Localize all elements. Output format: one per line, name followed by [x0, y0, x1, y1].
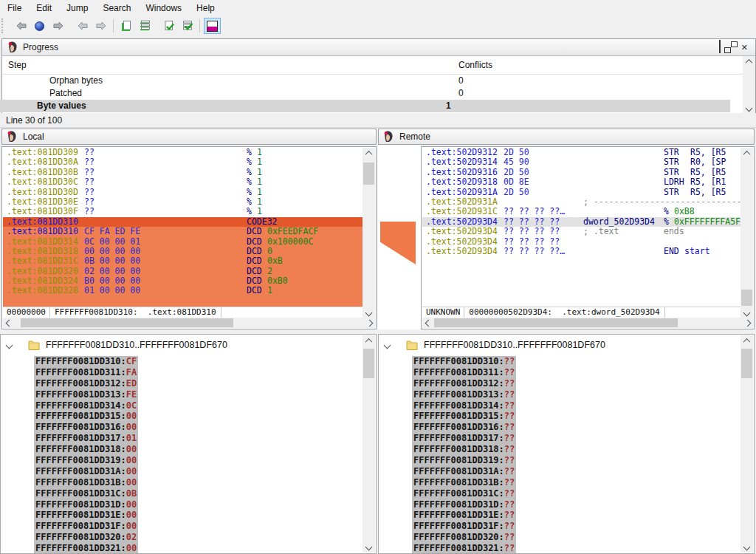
scroll-left-button[interactable] [3, 318, 15, 328]
hex-row[interactable]: FFFFFFF0081DD316:?? [412, 422, 739, 433]
listing-line[interactable]: .text:081DD32002 00 00 00DCD2 [3, 267, 362, 276]
hex-row[interactable]: FFFFFFF0081DD320:?? [412, 532, 739, 543]
hex-row[interactable]: FFFFFFF0081DD319:?? [412, 455, 739, 466]
menu-windows[interactable]: Windows [138, 1, 189, 16]
hex-row[interactable]: FFFFFFF0081DD312:?? [412, 378, 739, 389]
local-pane-titlebar[interactable]: Local [1, 129, 377, 145]
hex-row[interactable]: FFFFFFF0081DD31F:?? [412, 521, 739, 532]
hex-row[interactable]: FFFFFFF0081DD321:?? [412, 543, 739, 553]
hex-row[interactable]: FFFFFFF0081DD318:?? [412, 444, 739, 455]
hex-row[interactable]: FFFFFFF0081DD311:?? [412, 367, 739, 378]
hex-row[interactable]: FFFFFFF0081DD316:00 [34, 422, 361, 433]
listing-line[interactable]: .text:081DD30B??%1 [3, 168, 362, 177]
listing-line[interactable]: .text:081DD32801 00 00 00DCD1 [3, 286, 362, 295]
hex-row[interactable]: FFFFFFF0081DD31D:00 [34, 499, 361, 510]
menu-edit[interactable]: Edit [29, 1, 59, 16]
import-file-button[interactable] [117, 18, 134, 34]
listing-line[interactable]: .text:502D931445 90STRR0, [SP [422, 157, 740, 167]
hex-row[interactable]: FFFFFFF0081DD317:01 [34, 433, 361, 444]
hex-row[interactable]: FFFFFFF0081DD310:?? [412, 356, 739, 367]
hex-row[interactable]: FFFFFFF0081DD31B:?? [412, 477, 739, 488]
progress-row[interactable]: Patched0 [2, 87, 755, 100]
listing-line[interactable]: .text:502D93D4?? ?? ?? ??; .textends [422, 227, 740, 236]
listing-line[interactable]: .text:081DD31800 00 00 00DCD0 [3, 247, 362, 256]
hex-row[interactable]: FFFFFFF0081DD31E:?? [412, 510, 739, 521]
split-view-toggle[interactable] [204, 18, 221, 34]
listing-line[interactable]: .text:081DD30D??%1 [3, 188, 362, 197]
hex-row[interactable]: FFFFFFF0081DD31C:0B [34, 488, 361, 499]
listing-line[interactable]: .text:502D931A2D 50STRR5, [R5 [422, 188, 740, 197]
collapse-chevron-icon[interactable] [384, 341, 391, 349]
listing-line[interactable]: .text:081DD310CODE32 [3, 217, 362, 227]
origin-button[interactable] [31, 18, 48, 34]
maximize-button[interactable] [719, 42, 721, 52]
jump-forward-button[interactable] [49, 18, 66, 34]
hex-row[interactable]: FFFFFFF0081DD310:CF [34, 356, 361, 367]
scroll-up-button[interactable] [740, 148, 753, 159]
hex-row[interactable]: FFFFFFF0081DD31A:?? [412, 466, 739, 477]
hex-row[interactable]: FFFFFFF0081DD312:ED [34, 378, 361, 389]
listing-line[interactable]: .text:081DD310CF FA ED FEDCD0xFEEDFACF [3, 227, 362, 236]
hex-row[interactable]: FFFFFFF0081DD31E:00 [34, 510, 361, 521]
hscroll-thumb[interactable] [21, 318, 233, 327]
scroll-left-button[interactable] [422, 318, 434, 328]
jump-back-button[interactable] [13, 18, 30, 34]
hex-row[interactable]: FFFFFFF0081DD31F:00 [34, 521, 361, 532]
hex-row[interactable]: FFFFFFF0081DD313:?? [412, 389, 739, 400]
import-all-button[interactable] [136, 18, 153, 34]
listing-line[interactable]: .text:081DD31C0B 00 00 00DCD0xB [3, 256, 362, 266]
next-diff-button[interactable] [92, 18, 109, 34]
progress-titlebar[interactable]: Progress ✕ [2, 39, 755, 56]
menu-jump[interactable]: Jump [59, 1, 95, 16]
listing-line[interactable]: .text:502D93122D 50STRR5, [R5 [422, 148, 740, 157]
listing-line[interactable]: .text:081DD30A??%1 [3, 157, 362, 167]
hex-row[interactable]: FFFFFFF0081DD315:?? [412, 411, 739, 422]
vscroll-thumb[interactable] [363, 163, 374, 185]
hex-row[interactable]: FFFFFFF0081DD318:00 [34, 444, 361, 455]
hex-row[interactable]: FFFFFFF0081DD314:0C [34, 400, 361, 411]
scroll-up-button[interactable] [362, 335, 375, 346]
vscroll-thumb[interactable] [741, 290, 752, 306]
collapse-chevron-icon[interactable] [6, 341, 13, 349]
remote-pane-titlebar[interactable]: Remote [378, 129, 755, 145]
hex-row[interactable]: FFFFFFF0081DD31B:00 [34, 477, 361, 488]
apply-all-button[interactable] [179, 18, 196, 34]
scroll-right-button[interactable] [741, 318, 753, 328]
scroll-up-button[interactable] [743, 56, 755, 67]
listing-line[interactable]: .text:502D931C?? ?? ?? ??…%0xB8 [422, 207, 740, 216]
listing-line[interactable]: .text:502D93D4?? ?? ?? ??…ENDstart [422, 247, 740, 256]
hex-row[interactable]: FFFFFFF0081DD311:FA [34, 367, 361, 378]
scroll-right-button[interactable] [363, 318, 375, 328]
menu-file[interactable]: File [0, 1, 29, 16]
scroll-up-button[interactable] [740, 335, 753, 346]
listing-line[interactable]: .text:502D931A; ------------------------… [422, 197, 740, 207]
listing-line[interactable]: .text:502D93180D 8ELDRHR5, [R1 [422, 177, 740, 187]
hex-row[interactable]: FFFFFFF0081DD313:FE [34, 389, 361, 400]
listing-line[interactable]: .text:502D93162D 50STRR5, [R5 [422, 168, 740, 177]
hex-row[interactable]: FFFFFFF0081DD319:00 [34, 455, 361, 466]
hex-row[interactable]: FFFFFFF0081DD31C:?? [412, 488, 739, 499]
scroll-down-button[interactable] [362, 307, 375, 318]
listing-line[interactable]: .text:502D93D4?? ?? ?? ?? [422, 237, 740, 247]
hscroll-thumb[interactable] [434, 318, 678, 327]
scroll-down-button[interactable] [743, 103, 755, 114]
hex-row[interactable]: FFFFFFF0081DD321:00 [34, 543, 361, 553]
menu-search[interactable]: Search [95, 1, 138, 16]
listing-line[interactable]: .text:081DD30F??%1 [3, 207, 362, 216]
toolbar-grip[interactable] [1, 18, 6, 33]
listing-line[interactable]: .text:081DD30C??%1 [3, 177, 362, 187]
vscroll-thumb[interactable] [741, 349, 752, 378]
scroll-down-button[interactable] [362, 541, 375, 553]
scroll-up-button[interactable] [362, 148, 375, 159]
scroll-down-button[interactable] [740, 307, 753, 318]
apply-file-button[interactable] [160, 18, 177, 34]
hex-row[interactable]: FFFFFFF0081DD315:00 [34, 411, 361, 422]
hex-row[interactable]: FFFFFFF0081DD317:?? [412, 433, 739, 444]
hex-row[interactable]: FFFFFFF0081DD31A:00 [34, 466, 361, 477]
column-header-step[interactable]: Step [8, 60, 27, 70]
listing-line[interactable]: .text:081DD3140C 00 00 01DCD0x100000C [3, 237, 362, 247]
progress-row[interactable]: Byte values1 [0, 100, 730, 112]
listing-line[interactable]: .text:081DD309??%1 [3, 148, 362, 157]
progress-row[interactable]: Orphan bytes0 [2, 75, 755, 87]
hex-row[interactable]: FFFFFFF0081DD314:?? [412, 400, 739, 411]
